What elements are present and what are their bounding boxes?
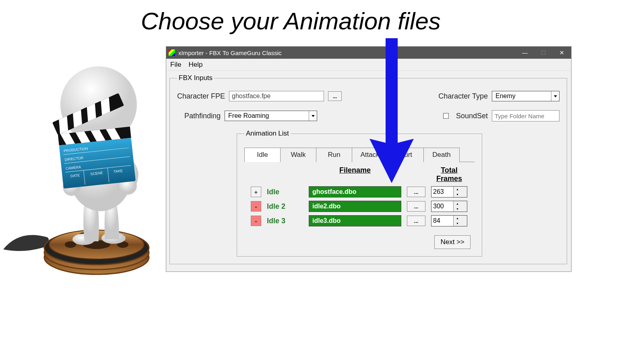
tab-hurt[interactable]: Hurt [388, 148, 424, 162]
menu-file[interactable]: File [170, 61, 181, 69]
animation-label: Idle [267, 188, 303, 196]
window-title: xImporter - FBX To GameGuru Classic [178, 49, 516, 56]
charactertype-label: Character Type [438, 92, 488, 101]
browse-file-button[interactable]: ... [407, 216, 425, 226]
header-frames: Total Frames [431, 166, 467, 183]
animation-filename: idle2.dbo [309, 201, 401, 212]
frames-spinner[interactable] [431, 201, 467, 212]
next-button[interactable]: Next >> [434, 235, 471, 249]
soundset-checkbox[interactable] [443, 113, 449, 119]
app-icon [169, 49, 175, 56]
soundset-label: SoundSet [456, 112, 488, 120]
add-row-button[interactable]: + [251, 187, 261, 197]
animation-tabs: IdleWalkRunAttackHurtDeath [244, 147, 475, 162]
close-button[interactable]: ✕ [553, 47, 571, 59]
animation-row: +Idleghostface.dbo... [247, 186, 472, 197]
animation-filename: idle3.dbo [309, 215, 401, 226]
spin-up-icon[interactable] [454, 201, 461, 206]
animation-label: Idle 2 [267, 202, 303, 211]
app-window: xImporter - FBX To GameGuru Classic — ☐ … [166, 46, 572, 272]
animation-list-legend: Animation List [244, 130, 291, 138]
pathfinding-value: Free Roaming [225, 112, 309, 119]
browse-file-button[interactable]: ... [407, 187, 425, 197]
menubar: File Help [166, 59, 571, 71]
titlebar: xImporter - FBX To GameGuru Classic — ☐ … [166, 47, 571, 59]
tab-walk[interactable]: Walk [280, 148, 316, 162]
charactertype-value: Enemy [492, 93, 551, 100]
animation-row: -Idle 2idle2.dbo... [247, 201, 472, 212]
frames-spinner[interactable] [431, 186, 467, 197]
svg-rect-25 [59, 138, 136, 189]
mascot-illustration: PRODUCTION DIRECTOR CAMERA DATE SCENE TA… [0, 52, 161, 286]
spin-up-icon[interactable] [454, 187, 461, 192]
maximize-button[interactable]: ☐ [534, 47, 553, 59]
charactertype-dropdown[interactable]: Enemy [492, 91, 559, 101]
animation-list-group: Animation List IdleWalkRunAttackHurtDeat… [237, 130, 482, 257]
header-filename: Filename [309, 166, 401, 183]
tab-idle[interactable]: Idle [244, 148, 281, 162]
fbx-inputs-group: FBX Inputs Character FPE ... Character T… [169, 74, 567, 264]
fbx-legend: FBX Inputs [177, 74, 214, 82]
frames-input[interactable] [431, 216, 453, 226]
fpe-input[interactable] [229, 91, 324, 101]
pathfinding-dropdown[interactable]: Free Roaming [225, 111, 317, 121]
frames-input[interactable] [431, 187, 453, 197]
frames-spinner[interactable] [431, 215, 467, 226]
chevron-down-icon [551, 91, 559, 101]
spin-down-icon[interactable] [454, 206, 461, 212]
tab-attack[interactable]: Attack [352, 148, 388, 162]
menu-help[interactable]: Help [188, 61, 202, 69]
soundset-input[interactable] [492, 110, 559, 121]
spin-up-icon[interactable] [454, 216, 461, 221]
frames-input[interactable] [431, 201, 453, 212]
page-title: Choose your Animation files [141, 7, 441, 35]
tab-run[interactable]: Run [316, 148, 352, 162]
chevron-down-icon [309, 111, 317, 121]
delete-row-button[interactable]: - [251, 201, 261, 212]
delete-row-button[interactable]: - [251, 216, 261, 226]
minimize-button[interactable]: — [516, 47, 534, 59]
tab-death[interactable]: Death [423, 148, 460, 162]
fpe-browse-button[interactable]: ... [328, 91, 342, 101]
fpe-label: Character FPE [177, 92, 225, 101]
browse-file-button[interactable]: ... [407, 201, 425, 212]
animation-label: Idle 3 [267, 217, 303, 225]
animation-row: -Idle 3idle3.dbo... [247, 215, 472, 226]
animation-filename: ghostface.dbo [309, 186, 401, 197]
spin-down-icon[interactable] [454, 192, 461, 197]
spin-down-icon[interactable] [454, 221, 461, 226]
pathfinding-label: Pathfinding [184, 112, 221, 120]
